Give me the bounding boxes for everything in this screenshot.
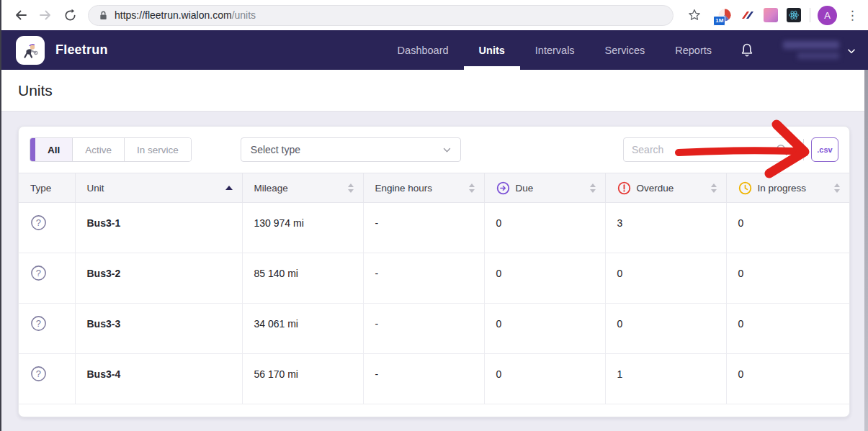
active-tab-accent-bar bbox=[30, 138, 35, 161]
window-left-edge bbox=[0, 0, 1, 431]
overdue-count: 1 bbox=[605, 354, 726, 404]
unit-type-cell: ? bbox=[19, 253, 75, 304]
app-header: Fleetrun Dashboard Units Intervals Servi… bbox=[0, 30, 868, 70]
overdue-count: 0 bbox=[605, 253, 726, 304]
sort-icon[interactable] bbox=[590, 183, 596, 193]
unit-name[interactable]: Bus3-2 bbox=[75, 253, 242, 304]
filter-tab-active[interactable]: Active bbox=[72, 138, 124, 161]
search-input[interactable] bbox=[632, 144, 776, 155]
engine-hours-value: - bbox=[363, 304, 484, 354]
sort-icon[interactable] bbox=[711, 183, 717, 193]
overdue-count: 3 bbox=[605, 203, 726, 253]
user-menu[interactable] bbox=[783, 41, 855, 59]
page-title-bar: Units bbox=[0, 70, 868, 112]
table-row[interactable]: ? Bus3-4 56 170 mi - 0 1 0 bbox=[19, 354, 849, 404]
due-count: 0 bbox=[484, 354, 605, 404]
chevron-down-icon bbox=[848, 44, 855, 57]
table-header-row: Type Unit Mileage Engine hours Due Overd… bbox=[19, 173, 849, 203]
url-path: /units bbox=[232, 9, 256, 21]
table-row[interactable]: ? Bus3-3 34 061 mi - 0 0 0 bbox=[19, 304, 849, 354]
sort-icon[interactable] bbox=[348, 183, 354, 193]
svg-text:?: ? bbox=[36, 268, 41, 278]
nav-intervals[interactable]: Intervals bbox=[520, 30, 590, 70]
mileage-value: 34 061 mi bbox=[242, 304, 363, 354]
page-title: Units bbox=[18, 82, 53, 99]
search-icon[interactable] bbox=[776, 144, 788, 156]
in-progress-count: 0 bbox=[726, 253, 849, 304]
units-card: All Active In service Select type .csv T… bbox=[18, 126, 850, 417]
status-filter-group: All Active In service bbox=[30, 137, 192, 162]
mileage-value: 85 140 mi bbox=[242, 253, 363, 304]
sort-icon[interactable] bbox=[469, 183, 475, 193]
unit-name[interactable]: Bus3-4 bbox=[75, 354, 242, 404]
page-scrollbar[interactable] bbox=[864, 70, 868, 431]
table-row[interactable]: ? Bus3-2 85 140 mi - 0 0 0 bbox=[19, 253, 849, 304]
url-text: https://fleetrun.wialon.com/units bbox=[115, 9, 256, 21]
col-header-engine-hours[interactable]: Engine hours bbox=[363, 173, 484, 203]
browser-refresh-icon[interactable] bbox=[59, 4, 81, 26]
col-header-due[interactable]: Due bbox=[484, 173, 605, 203]
search-box bbox=[623, 137, 796, 162]
extension-badge: 1M bbox=[713, 16, 725, 26]
address-bar[interactable]: https://fleetrun.wialon.com/units bbox=[88, 5, 674, 26]
overdue-exclamation-icon bbox=[617, 181, 631, 195]
due-arrow-icon bbox=[496, 181, 510, 195]
col-header-mileage[interactable]: Mileage bbox=[242, 173, 363, 203]
export-csv-button[interactable]: .csv bbox=[811, 137, 838, 162]
due-count: 0 bbox=[484, 203, 605, 253]
svg-text:?: ? bbox=[36, 217, 41, 228]
user-name-redacted bbox=[783, 41, 839, 59]
col-header-type: Type bbox=[19, 173, 75, 203]
units-table: Type Unit Mileage Engine hours Due Overd… bbox=[19, 173, 849, 404]
type-select[interactable]: Select type bbox=[241, 137, 461, 162]
unit-name[interactable]: Bus3-1 bbox=[75, 203, 242, 253]
notifications-bell-icon[interactable] bbox=[727, 42, 764, 58]
main-nav: Dashboard Units Intervals Services Repor… bbox=[382, 30, 727, 70]
filter-tab-in-service[interactable]: In service bbox=[124, 138, 191, 161]
unit-name[interactable]: Bus3-3 bbox=[75, 304, 242, 354]
sort-icon[interactable] bbox=[834, 183, 840, 193]
engine-hours-value: - bbox=[363, 253, 484, 304]
filter-tab-all[interactable]: All bbox=[35, 138, 72, 161]
engine-hours-value: - bbox=[363, 354, 484, 404]
extension-flag-icon[interactable] bbox=[740, 8, 755, 23]
browser-toolbar: https://fleetrun.wialon.com/units 1M A ⋮ bbox=[0, 0, 868, 30]
browser-menu-icon[interactable]: ⋮ bbox=[844, 8, 861, 23]
col-header-overdue[interactable]: Overdue bbox=[605, 173, 726, 203]
in-progress-count: 0 bbox=[726, 203, 849, 253]
extension-react-devtools-icon[interactable] bbox=[786, 8, 801, 23]
filters-toolbar: All Active In service Select type .csv bbox=[19, 127, 849, 173]
fleetrun-logo[interactable] bbox=[16, 36, 45, 65]
unit-type-cell: ? bbox=[19, 304, 75, 354]
col-header-unit[interactable]: Unit bbox=[75, 173, 242, 203]
browser-forward-icon[interactable] bbox=[35, 4, 56, 26]
unknown-type-icon: ? bbox=[30, 272, 47, 283]
nav-units[interactable]: Units bbox=[464, 30, 520, 70]
nav-dashboard[interactable]: Dashboard bbox=[382, 30, 464, 70]
chevron-down-icon bbox=[443, 144, 451, 155]
unknown-type-icon: ? bbox=[30, 322, 47, 334]
bookmark-star-icon[interactable] bbox=[684, 4, 705, 26]
nav-reports[interactable]: Reports bbox=[660, 30, 727, 70]
avatar-letter: A bbox=[824, 10, 831, 21]
in-progress-count: 0 bbox=[726, 304, 849, 354]
nav-services[interactable]: Services bbox=[590, 30, 661, 70]
unit-type-cell: ? bbox=[19, 203, 75, 253]
unit-type-cell: ? bbox=[19, 354, 75, 404]
col-header-in-progress[interactable]: In progress bbox=[726, 173, 849, 203]
lock-icon[interactable] bbox=[99, 10, 108, 21]
table-row[interactable]: ? Bus3-1 130 974 mi - 0 3 0 bbox=[19, 203, 849, 253]
due-count: 0 bbox=[484, 304, 605, 354]
extension-gradient-icon[interactable] bbox=[763, 8, 778, 23]
in-progress-clock-icon bbox=[738, 181, 752, 195]
type-select-value: Select type bbox=[251, 144, 300, 155]
sort-asc-icon[interactable] bbox=[225, 186, 233, 190]
browser-back-icon[interactable] bbox=[10, 4, 32, 26]
mileage-value: 56 170 mi bbox=[242, 354, 363, 404]
svg-text:?: ? bbox=[36, 368, 41, 379]
extension-1m-icon[interactable]: 1M bbox=[717, 8, 732, 23]
browser-profile-avatar[interactable]: A bbox=[818, 6, 836, 25]
svg-text:?: ? bbox=[36, 318, 41, 329]
mileage-value: 130 974 mi bbox=[242, 203, 363, 253]
in-progress-count: 0 bbox=[726, 354, 849, 404]
